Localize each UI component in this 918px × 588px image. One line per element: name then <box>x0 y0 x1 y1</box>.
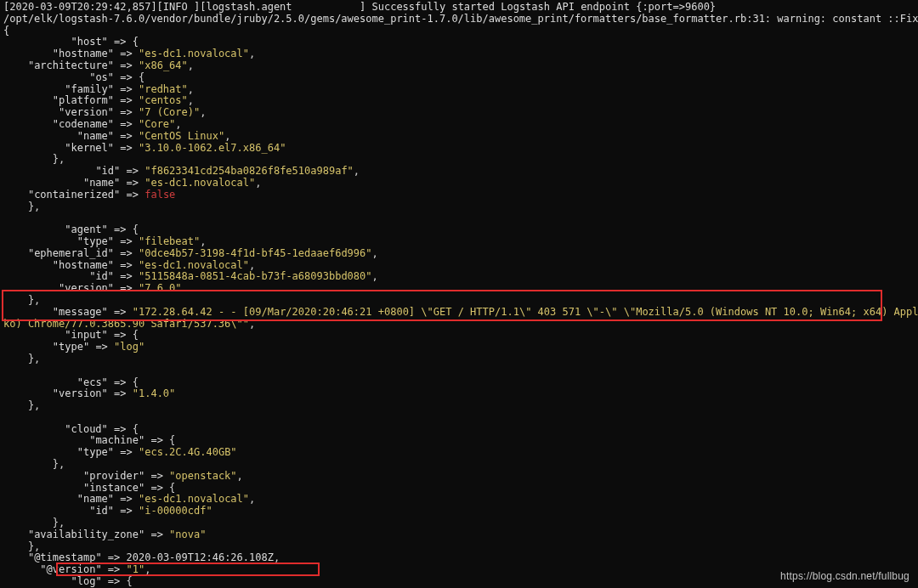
blank-2 <box>3 365 9 376</box>
kv-host: "host" => { <box>3 36 139 48</box>
agent-close: }, <box>3 294 40 306</box>
kv-codename: "codename" => "Core", <box>3 118 182 130</box>
kv-architecture: "architecture" => "x86_64", <box>3 59 194 71</box>
host-close: }, <box>3 201 40 212</box>
kv-input-open: "input" => { <box>3 329 139 341</box>
terminal-output[interactable]: [2020-03-09T20:29:42,857][INFO ][logstas… <box>0 0 918 588</box>
kv-message: "message" => "172.28.64.42 - - [09/Mar/2… <box>3 306 918 318</box>
machine-close: }, <box>3 458 65 470</box>
kv-agent-id: "id" => "5115848a-0851-4cab-b73f-a68093b… <box>3 270 378 282</box>
kv-provider: "provider" => "openstack", <box>3 470 243 482</box>
kv-timestamp: "@timestamp" => 2020-03-09T12:46:26.108Z… <box>3 551 280 563</box>
ecs-close: }, <box>3 399 40 411</box>
kv-ecs-open: "ecs" => { <box>3 376 139 388</box>
watermark: https://blog.csdn.net/fullbug <box>780 571 910 583</box>
kv-agent-ver: "version" => "7.6.0" <box>3 282 182 294</box>
log-header-2: /opt/elk/logstash-7.6.0/vendor/bundle/jr… <box>3 13 918 25</box>
kv-cloud-open: "cloud" => { <box>3 423 139 435</box>
kv-platform: "platform" => "centos", <box>3 94 194 106</box>
log-header-1: [2020-03-09T20:29:42,857][INFO ][logstas… <box>3 1 716 13</box>
kv-version: "@version" => "1", <box>3 563 150 575</box>
kv-input-type: "type" => "log" <box>3 341 144 353</box>
kv-hostname: "hostname" => "es-dc1.novalocal", <box>3 48 255 59</box>
os-close: }, <box>3 153 65 165</box>
kv-message-2: ko) Chrome/77.0.3865.90 Safari/537.36\""… <box>3 318 255 330</box>
input-close: }, <box>3 353 40 365</box>
kv-agent-open: "agent" => { <box>3 223 139 235</box>
kv-agent-eph: "ephemeral_id" => "0dce4b57-3198-4f1d-bf… <box>3 247 378 259</box>
kv-osname: "name" => "CentOS Linux", <box>3 130 230 142</box>
kv-log-open: "log" => { <box>3 575 133 587</box>
blank-3 <box>3 411 9 423</box>
kv-hostname2: "name" => "es-dc1.novalocal", <box>3 177 261 189</box>
kv-az: "availability_zone" => "nova" <box>3 529 206 540</box>
kv-agent-host: "hostname" => "es-dc1.novalocal", <box>3 259 255 271</box>
kv-hostid: "id" => "f8623341cd254ba0826f8fe510a989a… <box>3 165 360 177</box>
instance-close: }, <box>3 517 65 529</box>
kv-instance-id: "id" => "i-00000cdf" <box>3 505 212 517</box>
cloud-close: }, <box>3 540 40 552</box>
kv-ecs-ver: "version" => "1.4.0" <box>3 387 175 399</box>
brace-open: { <box>3 25 9 37</box>
kv-agent-type: "type" => "filebeat", <box>3 235 206 247</box>
kv-instance-open: "instance" => { <box>3 482 175 494</box>
kv-kernel: "kernel" => "3.10.0-1062.el7.x86_64" <box>3 142 286 154</box>
kv-machine-open: "machine" => { <box>3 434 175 446</box>
kv-os-open: "os" => { <box>3 71 144 83</box>
kv-machine-type: "type" => "ecs.2C.4G.40GB" <box>3 446 237 458</box>
kv-osversion: "version" => "7 (Core)", <box>3 106 206 118</box>
blank-1 <box>3 212 9 223</box>
kv-instance-name: "name" => "es-dc1.novalocal", <box>3 493 255 505</box>
kv-containerized: "containerized" => false <box>3 189 175 201</box>
kv-family: "family" => "redhat", <box>3 83 194 95</box>
